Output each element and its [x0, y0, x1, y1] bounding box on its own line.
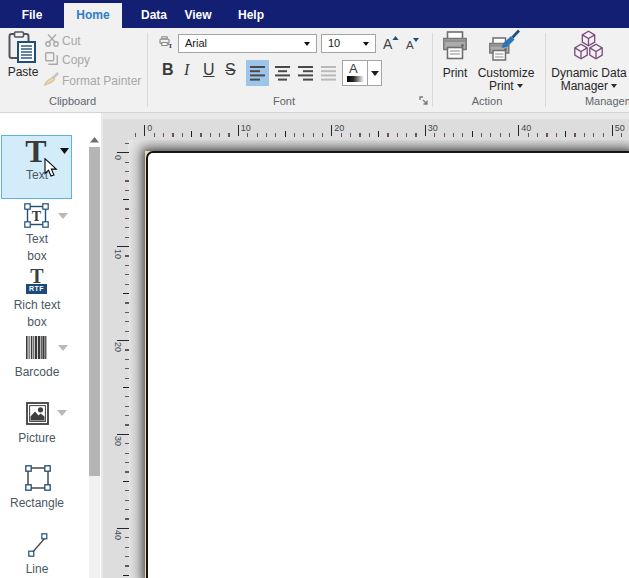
svg-text:T: T — [32, 209, 42, 224]
svg-text:T: T — [168, 42, 172, 48]
